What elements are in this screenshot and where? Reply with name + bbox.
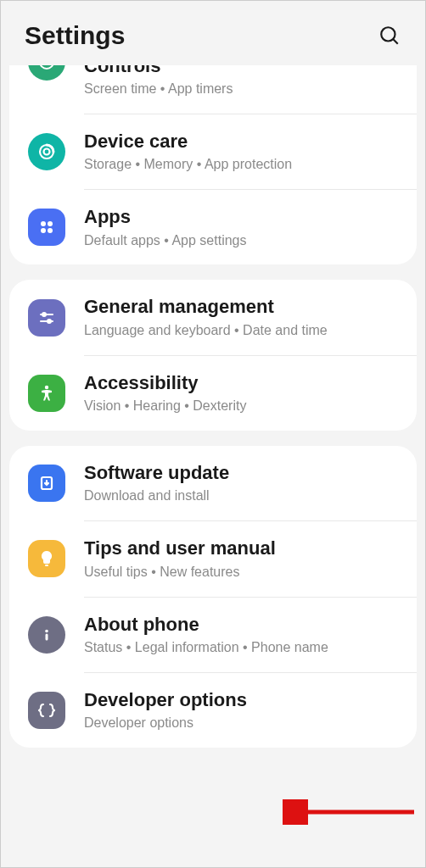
- settings-row-software-update[interactable]: Software update Download and install: [9, 446, 417, 520]
- settings-row-about-phone[interactable]: About phone Status • Legal information •…: [9, 598, 417, 672]
- annotation-arrow: [283, 799, 418, 825]
- settings-row-wellbeing[interactable]: Controls Screen time • App timers: [9, 65, 417, 114]
- accessibility-icon: [28, 375, 65, 412]
- row-subtitle: Download and install: [84, 487, 398, 505]
- row-title: Software update: [84, 461, 398, 485]
- row-subtitle: Vision • Hearing • Dexterity: [84, 398, 398, 415]
- download-icon: [28, 465, 65, 502]
- row-subtitle: Language and keyboard • Date and time: [84, 322, 398, 340]
- settings-row-tips[interactable]: Tips and user manual Useful tips • New f…: [9, 521, 417, 596]
- svg-point-2: [40, 65, 53, 69]
- svg-rect-17: [46, 633, 48, 640]
- row-subtitle: Storage • Memory • App protection: [84, 156, 398, 174]
- search-button[interactable]: [378, 24, 401, 47]
- row-subtitle: Developer options: [84, 715, 398, 732]
- row-title: Accessibility: [84, 371, 398, 395]
- row-subtitle: Useful tips • New features: [84, 564, 398, 581]
- code-icon: [28, 692, 65, 729]
- svg-point-6: [48, 221, 53, 226]
- svg-point-7: [41, 228, 46, 233]
- svg-point-5: [41, 221, 46, 226]
- row-title: Device care: [84, 130, 398, 153]
- row-text: Software update Download and install: [84, 461, 398, 505]
- row-text: General management Language and keyboard…: [84, 295, 398, 339]
- settings-group-1: Controls Screen time • App timers Device…: [9, 65, 417, 264]
- lightbulb-icon: [28, 540, 65, 577]
- svg-line-1: [393, 39, 397, 43]
- svg-point-4: [44, 148, 50, 154]
- page-title: Settings: [25, 21, 125, 50]
- settings-row-apps[interactable]: Apps Default apps • App settings: [9, 190, 417, 264]
- settings-row-general-management[interactable]: General management Language and keyboard…: [9, 280, 417, 354]
- svg-point-0: [381, 27, 395, 41]
- row-text: Apps Default apps • App settings: [84, 205, 398, 249]
- svg-point-10: [42, 313, 46, 316]
- sliders-icon: [28, 299, 65, 337]
- row-subtitle: Default apps • App settings: [84, 232, 398, 250]
- svg-point-8: [48, 228, 53, 233]
- row-title: About phone: [84, 613, 398, 637]
- svg-rect-15: [45, 565, 48, 566]
- settings-row-accessibility[interactable]: Accessibility Vision • Hearing • Dexteri…: [9, 356, 417, 431]
- row-title: Tips and user manual: [84, 537, 398, 560]
- apps-icon: [28, 209, 65, 246]
- svg-point-12: [48, 320, 51, 323]
- settings-row-developer-options[interactable]: Developer options Developer options: [9, 673, 417, 748]
- row-text: Device care Storage • Memory • App prote…: [84, 130, 398, 174]
- row-text: Developer options Developer options: [84, 688, 398, 732]
- info-icon: [28, 616, 65, 654]
- row-text: Tips and user manual Useful tips • New f…: [84, 537, 398, 581]
- wellbeing-icon: [28, 65, 65, 81]
- row-title: Developer options: [84, 688, 398, 712]
- device-care-icon: [28, 133, 65, 170]
- settings-header: Settings: [1, 1, 425, 65]
- row-title: Apps: [84, 205, 398, 229]
- row-text: About phone Status • Legal information •…: [84, 613, 398, 657]
- svg-point-16: [45, 629, 48, 632]
- row-title: General management: [84, 295, 398, 319]
- row-subtitle: Status • Legal information • Phone name: [84, 639, 398, 657]
- svg-point-13: [45, 386, 48, 389]
- settings-row-device-care[interactable]: Device care Storage • Memory • App prote…: [9, 114, 417, 189]
- row-text: Accessibility Vision • Hearing • Dexteri…: [84, 371, 398, 415]
- settings-group-2: General management Language and keyboard…: [9, 280, 417, 431]
- row-subtitle: Screen time • App timers: [84, 81, 398, 98]
- row-title: Controls: [84, 65, 398, 77]
- search-icon: [378, 25, 401, 47]
- row-text: Controls Screen time • App timers: [84, 65, 398, 98]
- settings-group-3: Software update Download and install Tip…: [9, 446, 417, 748]
